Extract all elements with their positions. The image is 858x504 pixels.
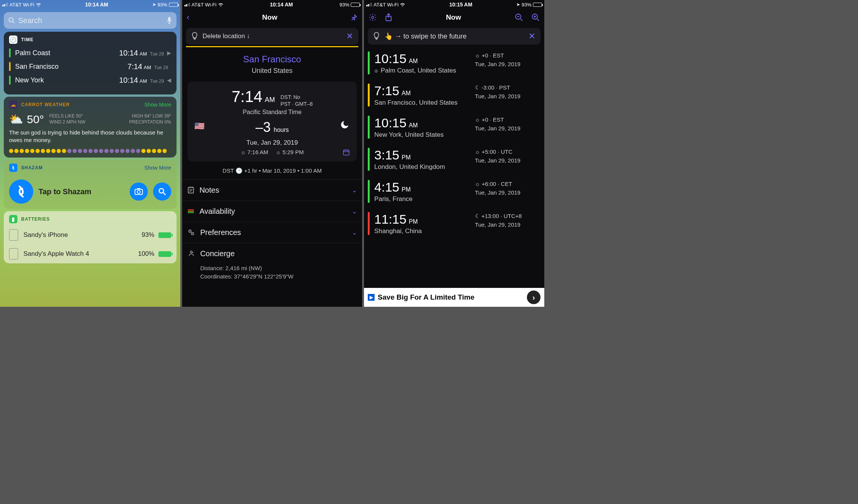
precip: PRECIPITATION 0%: [129, 119, 171, 125]
weather-icon: ⛅: [9, 113, 23, 126]
row-date: Tue 29: [150, 51, 164, 57]
gears-icon: [187, 229, 195, 236]
notes-section[interactable]: Notes ⌄: [182, 179, 362, 201]
row-date: Tue, Jan 29, 2019: [475, 92, 539, 101]
detail-ampm: AM: [265, 96, 275, 104]
nav-title: Now: [446, 13, 461, 22]
availability-section[interactable]: Availability ⌄: [182, 201, 362, 222]
tz-name: Pacific Standard Time: [194, 109, 351, 116]
tip-text: Delete location ↓: [203, 32, 250, 40]
time-widget-header: 🕘 TIME: [4, 32, 177, 46]
ad-text: Save Big For A Limited Time: [378, 293, 474, 301]
location-name[interactable]: San Francisco: [182, 54, 362, 65]
carrot-show-more[interactable]: Show More: [144, 102, 171, 108]
row-date: Tue, Jan 29, 2019: [475, 60, 539, 69]
svg-line-34: [537, 19, 539, 21]
close-tip-button[interactable]: ✕: [528, 31, 535, 41]
city-row[interactable]: 7:15AM San Francisco, United States ☾ -3…: [364, 79, 544, 111]
shazam-show-more[interactable]: Show More: [144, 165, 171, 171]
svg-rect-5: [137, 188, 140, 190]
wind: WIND 2 MPH NW: [49, 119, 85, 125]
cell-signal-icon: [366, 3, 372, 6]
city-row[interactable]: 4:15PM Paris, France ☼ +6:00 · CET Tue, …: [364, 175, 544, 207]
row-date: Tue, Jan 29, 2019: [475, 124, 539, 133]
chevron-icon: ▶: [167, 50, 171, 56]
search-button[interactable]: [153, 182, 171, 201]
time-row[interactable]: San Francisco 7:14 AM Tue 29: [4, 60, 177, 73]
pin-button[interactable]: [350, 14, 358, 21]
availability-label: Availability: [200, 207, 235, 216]
sunset: ☼ 5:29 PM: [276, 149, 304, 155]
city-row[interactable]: 11:15PM Shanghai, China ☾ +13:00 · UTC+8…: [364, 207, 544, 240]
row-offset: ☾ -3:00 · PST: [475, 83, 539, 92]
city-row[interactable]: 10:15AM ⊕Palm Coast, United States ☼ +0 …: [364, 47, 544, 79]
weather-summary-row: ⛅ 50° FEELS LIKE 50° WIND 2 MPH NW HIGH …: [4, 111, 177, 127]
row-offset: ☾ +13:00 · UTC+8: [475, 212, 539, 221]
dst-label: DST: No: [280, 94, 313, 100]
cell-signal-icon: [2, 3, 8, 6]
row-time: 10:14: [119, 49, 138, 57]
shazam-widget[interactable]: SHAZAM Show More Tap to Shazam: [4, 160, 177, 209]
row-date: Tue 29: [154, 65, 168, 70]
row-ampm: AM: [139, 78, 147, 84]
concierge-meta: Distance: 2,416 mi (NW) Coordinates: 37°…: [182, 264, 362, 286]
color-bar: [9, 48, 11, 57]
nav-title: Now: [262, 13, 277, 22]
svg-rect-8: [344, 150, 349, 155]
svg-point-0: [9, 18, 13, 22]
battery-icon: [533, 3, 542, 7]
svg-rect-2: [168, 17, 170, 21]
tip-bar: 👆 → to swipe to the future ✕: [368, 28, 541, 45]
share-button[interactable]: [385, 13, 392, 22]
batteries-widget[interactable]: ▮ BATTERIES Sandy's iPhone 93% Sandy's A…: [4, 211, 177, 263]
time-row[interactable]: New York 10:14 AM Tue 29 ◀: [4, 73, 177, 87]
availability-icon: [187, 209, 194, 214]
shazam-logo-icon[interactable]: [9, 179, 33, 204]
ad-banner[interactable]: ▶ Save Big For A Limited Time ›: [364, 288, 544, 307]
row-time: 10:15: [374, 116, 406, 130]
mic-icon[interactable]: [167, 17, 172, 24]
svg-point-18: [192, 187, 193, 187]
location-country: United States: [182, 67, 362, 75]
row-ampm: AM: [144, 65, 151, 70]
calendar-icon[interactable]: [342, 148, 350, 156]
preferences-section[interactable]: Preferences ⌄: [182, 222, 362, 243]
row-location: Palm Coast, United States: [381, 67, 456, 74]
location-icon: ➤: [152, 2, 156, 7]
concierge-section[interactable]: Concierge: [182, 243, 362, 264]
city-row[interactable]: 3:15PM London, United Kingdom ☼ +5:00 · …: [364, 143, 544, 175]
time-widget[interactable]: 🕘 TIME Palm Coast 10:14 AM Tue 29 ▶ San …: [4, 32, 177, 94]
back-button[interactable]: ‹: [187, 12, 189, 22]
camera-button[interactable]: [130, 182, 148, 201]
row-date: Tue, Jan 29, 2019: [475, 189, 539, 197]
zoom-out-button[interactable]: [515, 13, 523, 22]
battery-row: Sandy's Apple Watch 4 100%: [4, 244, 177, 263]
row-location: New York, United States: [374, 131, 443, 139]
row-ampm: PM: [402, 154, 411, 161]
shazam-title: SHAZAM: [21, 165, 43, 170]
zoom-in-button[interactable]: [531, 13, 540, 22]
row-time: 7:15: [374, 83, 399, 98]
row-location: London, United Kingdom: [374, 163, 445, 171]
svg-point-26: [190, 251, 192, 253]
tap-to-shazam[interactable]: Tap to Shazam: [39, 187, 124, 196]
search-input[interactable]: Search: [4, 12, 177, 29]
settings-button[interactable]: [369, 13, 377, 22]
row-ampm: PM: [402, 186, 411, 193]
ad-badge-icon: ▶: [368, 294, 375, 301]
device-pct: 93%: [142, 231, 155, 239]
battery-pill-icon: [158, 232, 171, 238]
notes-label: Notes: [200, 186, 219, 195]
close-tip-button[interactable]: ✕: [346, 31, 353, 41]
carrot-header: ☁ CARROT WEATHER Show More: [4, 97, 177, 111]
offset-unit: hours: [274, 127, 289, 133]
battery-pct: 93%: [339, 2, 349, 8]
coordinates: Coordinates: 37°46'29"N 122°25'9"W: [200, 272, 357, 281]
shazam-header: SHAZAM Show More: [4, 160, 177, 174]
shazam-body: Tap to Shazam: [4, 174, 177, 209]
city-row[interactable]: 10:15AM New York, United States ☼ +0 · E…: [364, 111, 544, 143]
lightbulb-icon: [191, 32, 198, 40]
time-row[interactable]: Palm Coast 10:14 AM Tue 29 ▶: [4, 46, 177, 60]
batteries-header: ▮ BATTERIES: [4, 211, 177, 226]
carrot-weather-widget[interactable]: ☁ CARROT WEATHER Show More ⛅ 50° FEELS L…: [4, 97, 177, 158]
